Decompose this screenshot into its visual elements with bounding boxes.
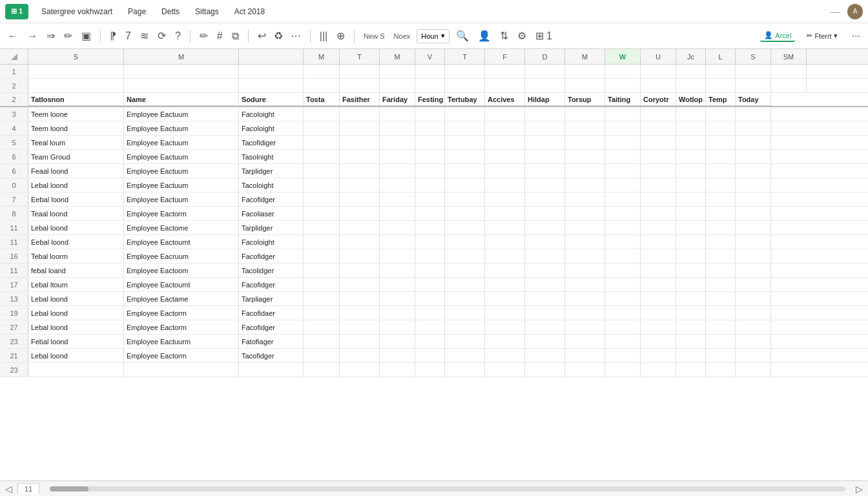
table-body[interactable]: 1 2 [0, 65, 868, 496]
cell[interactable] [304, 192, 340, 206]
cell[interactable]: Lebal ltoum [28, 278, 124, 291]
cell[interactable]: Fatofiager [239, 335, 304, 348]
cell[interactable] [445, 65, 485, 78]
ribbon-newsheet-btn[interactable]: New S [361, 31, 387, 41]
cell[interactable] [525, 320, 565, 334]
cell[interactable] [676, 207, 706, 220]
cell[interactable] [736, 207, 771, 220]
cell[interactable] [706, 363, 736, 377]
cell[interactable] [736, 292, 771, 305]
header-cell-fasither[interactable]: Fasither [340, 93, 380, 106]
cell[interactable] [706, 79, 736, 92]
cell[interactable] [304, 235, 340, 249]
ribbon-hash-btn[interactable]: # [214, 29, 225, 43]
cell[interactable] [340, 349, 380, 362]
cell[interactable] [736, 221, 771, 234]
cell[interactable]: Tacoloight [239, 178, 304, 192]
cell[interactable] [736, 306, 771, 320]
cell[interactable] [485, 65, 525, 78]
cell[interactable] [736, 107, 771, 121]
cell[interactable] [605, 192, 641, 206]
cell[interactable] [445, 292, 485, 305]
ribbon-expand-btn[interactable]: ⊕ [334, 28, 347, 43]
cell[interactable] [641, 192, 676, 206]
cell[interactable] [565, 79, 605, 92]
cell[interactable] [415, 335, 445, 348]
cell[interactable] [340, 264, 380, 277]
cell[interactable] [415, 320, 445, 334]
cell[interactable] [525, 79, 565, 92]
cell[interactable] [676, 65, 706, 78]
cell[interactable] [565, 207, 605, 220]
cell[interactable] [340, 306, 380, 320]
cell[interactable]: Employee Eactuum [124, 178, 239, 192]
cell[interactable]: Team Groud [28, 150, 124, 163]
cell[interactable] [415, 249, 445, 263]
header-cell-taiting[interactable]: Taiting [605, 93, 641, 106]
cell[interactable]: Tarplidger [239, 221, 304, 234]
cell[interactable] [380, 264, 415, 277]
cell[interactable] [706, 207, 736, 220]
menu-item-file[interactable]: Satergree vokhwzart [39, 6, 115, 17]
cell[interactable]: Facoloight [239, 235, 304, 249]
cell[interactable] [340, 363, 380, 377]
cell[interactable] [415, 192, 445, 206]
cell[interactable] [706, 235, 736, 249]
minimize-icon[interactable]: — [831, 6, 840, 17]
ribbon-q-btn[interactable]: ? [172, 29, 183, 43]
cell[interactable] [641, 264, 676, 277]
cell[interactable] [380, 306, 415, 320]
cell[interactable] [485, 320, 525, 334]
cell[interactable] [415, 278, 445, 291]
cell[interactable] [525, 107, 565, 121]
cell[interactable] [565, 349, 605, 362]
cell[interactable] [485, 79, 525, 92]
cell[interactable] [676, 249, 706, 263]
cell[interactable]: Facoliaser [239, 207, 304, 220]
ribbon-back-btn[interactable]: ← [5, 29, 21, 43]
cell[interactable] [525, 264, 565, 277]
cell[interactable] [706, 249, 736, 263]
cell[interactable] [565, 178, 605, 192]
cell[interactable]: Facofidger [239, 192, 304, 206]
cell[interactable] [415, 264, 445, 277]
cell[interactable] [340, 235, 380, 249]
cell[interactable]: Employee Eactuum [124, 136, 239, 149]
col-header-U[interactable]: U [641, 49, 676, 64]
cell[interactable]: Lebal loond [28, 221, 124, 234]
cell[interactable]: Employee Eactuum [124, 121, 239, 135]
cell[interactable] [445, 150, 485, 163]
cell[interactable]: Tacolidger [239, 264, 304, 277]
cell[interactable] [641, 79, 676, 92]
cell[interactable] [304, 278, 340, 291]
cell[interactable] [676, 335, 706, 348]
cell[interactable] [304, 65, 340, 78]
cell[interactable]: Teeal loum [28, 136, 124, 149]
cell[interactable] [445, 335, 485, 348]
cell[interactable] [380, 363, 415, 377]
cell[interactable]: Employee Eactuum [124, 150, 239, 163]
cell[interactable] [380, 335, 415, 348]
cell[interactable] [525, 207, 565, 220]
ribbon-overflow-btn[interactable]: ··· [849, 29, 863, 43]
cell[interactable] [415, 136, 445, 149]
cell[interactable] [304, 249, 340, 263]
cell[interactable] [641, 121, 676, 135]
cell[interactable] [676, 264, 706, 277]
header-cell-tatlosnon[interactable]: Tatlosnon [28, 93, 124, 106]
cell[interactable] [304, 335, 340, 348]
cell[interactable] [304, 264, 340, 277]
cell[interactable] [605, 207, 641, 220]
cell[interactable] [676, 306, 706, 320]
col-header-F[interactable]: F [485, 49, 525, 64]
cell[interactable] [706, 306, 736, 320]
col-header-S[interactable]: S [28, 49, 124, 64]
cell[interactable]: Feaal loond [28, 164, 124, 178]
cell[interactable] [641, 107, 676, 121]
cell[interactable] [380, 207, 415, 220]
cell[interactable] [565, 65, 605, 78]
cell[interactable] [736, 65, 771, 78]
ribbon-table-btn[interactable]: ⊞ 1 [533, 28, 555, 43]
cell[interactable]: Employee Eactuum [124, 192, 239, 206]
cell[interactable] [706, 278, 736, 291]
